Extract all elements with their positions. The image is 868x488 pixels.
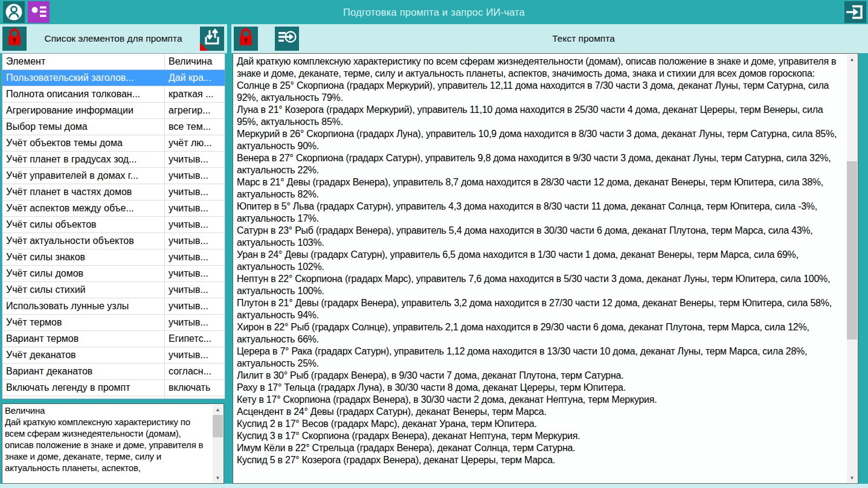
cell-value: Дай кра...	[164, 70, 225, 86]
cell-element: Учёт управителей в домах г...	[2, 168, 164, 184]
cell-element: Агрегирование информации	[2, 103, 164, 118]
lock-icon	[234, 25, 258, 52]
lock-icon	[2, 25, 27, 52]
table-row[interactable]: Учёт планет в градусах зод... учитыв...	[2, 152, 225, 168]
cell-element: Вариант деканатов	[2, 364, 164, 379]
cell-value: GigaChat	[164, 396, 225, 399]
prompt-scrollbar[interactable]: ▲ ▼	[847, 54, 857, 483]
element-table: Элемент Величина Пользовательский заголо…	[2, 53, 225, 399]
table-row[interactable]: Учёт силы объектов учитыв...	[2, 217, 225, 233]
cell-value: включать	[164, 380, 225, 396]
cell-value: все тем...	[164, 119, 225, 135]
cell-value: краткая ...	[164, 86, 225, 102]
table-row[interactable]: Учёт деканатов учитыв...	[2, 347, 225, 364]
table-row[interactable]: Вариант термов Египетс...	[2, 331, 225, 347]
bottom-strip	[0, 484, 868, 488]
prompt-text: Дай краткую комплексную характеристику п…	[237, 56, 844, 482]
cell-value: учитыв...	[164, 298, 225, 314]
right-panel-title: Текст промпта	[299, 33, 868, 44]
table-row[interactable]: Пользовательский заголов... Дай кра...	[2, 70, 225, 86]
left-panel-header: Список элементов для промпта	[0, 24, 227, 53]
send-prompt-button[interactable]	[275, 27, 299, 51]
lock-prompt-button[interactable]	[234, 27, 258, 51]
cell-value: учитыв...	[164, 184, 225, 200]
lock-elements-button[interactable]	[2, 27, 27, 51]
cell-value: учитыв...	[164, 282, 225, 298]
table-row[interactable]: Учёт планет в частях домов учитыв...	[2, 184, 225, 201]
cell-value: согласн...	[164, 364, 225, 379]
scrollbar-thumb[interactable]	[847, 161, 857, 339]
table-row[interactable]: Учёт аспектов между объе... учитыв...	[2, 201, 225, 217]
cell-value: учитыв...	[164, 168, 225, 184]
cell-element: Учёт силы знаков	[2, 249, 164, 265]
table-row[interactable]: Учёт управителей в домах г... учитыв...	[2, 168, 225, 184]
cell-element: Учёт аспектов между объе...	[2, 201, 164, 216]
table-row[interactable]: Полнота описания толкован... краткая ...	[2, 86, 225, 103]
titlebar: Подготовка промпта и запрос ИИ-чата	[0, 0, 868, 24]
cell-element: Включать легенду в промпт	[2, 380, 164, 396]
chevron-down-icon[interactable]: ▼	[213, 473, 223, 483]
cell-value: учитыв...	[164, 217, 225, 233]
cell-element: Учёт термов	[2, 315, 164, 330]
table-row[interactable]: Учёт объектов темы дома учёт лю...	[2, 135, 225, 152]
cell-value: учёт лю...	[164, 135, 225, 151]
cell-element: Учёт объектов темы дома	[2, 135, 164, 151]
chevron-down-icon[interactable]: ▼	[847, 473, 857, 483]
cell-value: учитыв...	[164, 201, 225, 216]
cell-element: Вариант термов	[2, 331, 164, 347]
cell-value: учитыв...	[164, 233, 225, 249]
cell-value: Египетс...	[164, 331, 225, 347]
chevron-up-icon[interactable]: ▲	[213, 405, 223, 414]
cell-element: Полнота описания толкован...	[2, 86, 164, 102]
cell-value: учитыв...	[164, 347, 225, 363]
cell-element: Пользовательский заголов...	[2, 70, 164, 86]
cell-value: учитыв...	[164, 249, 225, 265]
cell-value: учитыв...	[164, 315, 225, 330]
table-row[interactable]: Включать легенду в промпт включать	[2, 380, 225, 396]
cell-element: Учёт силы стихий	[2, 282, 164, 298]
cell-element: Учёт деканатов	[2, 347, 164, 363]
cell-element: ИИ-машина для толкования	[2, 396, 164, 399]
prompt-editor[interactable]: Дай краткую комплексную характеристику п…	[233, 53, 858, 484]
table-row[interactable]: Учёт термов учитыв...	[2, 315, 225, 331]
table-row[interactable]: Учёт силы знаков учитыв...	[2, 249, 225, 266]
cell-element: Использовать лунные узлы	[2, 298, 164, 314]
cell-element: Учёт планет в градусах зод...	[2, 152, 164, 167]
table-row[interactable]: Учёт силы домов учитыв...	[2, 266, 225, 282]
cell-value: учитыв...	[164, 266, 225, 281]
table-row[interactable]: Агрегирование информации агрегир...	[2, 103, 225, 119]
table-row[interactable]: ИИ-машина для толкования GigaChat	[2, 396, 225, 399]
element-table-rows: Пользовательский заголов... Дай кра... П…	[2, 70, 225, 399]
value-text: Величина Дай краткую комплексную характе…	[5, 405, 211, 483]
table-row[interactable]: Выбор темы дома все тем...	[2, 119, 225, 135]
value-scrollbar[interactable]: ▲ ▼	[213, 405, 223, 483]
left-panel-title: Список элементов для промпта	[27, 33, 200, 44]
table-header-row: Элемент Величина	[2, 54, 225, 70]
scrollbar-thumb[interactable]	[213, 415, 223, 437]
window-title: Подготовка промпта и запрос ИИ-чата	[0, 0, 868, 24]
cell-element: Учёт актуальности объектов	[2, 233, 164, 249]
chevron-up-icon[interactable]: ▲	[847, 54, 857, 64]
exit-button[interactable]	[844, 1, 866, 23]
cell-element: Учёт силы домов	[2, 266, 164, 281]
table-row[interactable]: Учёт актуальности объектов учитыв...	[2, 233, 225, 249]
send-prompt-icon	[275, 25, 299, 52]
value-editor[interactable]: Величина Дай краткую комплексную характе…	[2, 403, 224, 484]
modified-flag-icon	[200, 43, 208, 51]
column-header-value[interactable]: Величина	[164, 54, 225, 69]
table-row[interactable]: Вариант деканатов согласн...	[2, 364, 225, 380]
right-panel-header: Текст промпта	[231, 24, 868, 53]
cell-element: Учёт силы объектов	[2, 217, 164, 233]
cell-element: Учёт планет в частях домов	[2, 184, 164, 200]
column-header-element[interactable]: Элемент	[2, 54, 164, 69]
cell-value: агрегир...	[164, 103, 225, 118]
import-export-button[interactable]	[200, 27, 224, 51]
table-row[interactable]: Использовать лунные узлы учитыв...	[2, 298, 225, 315]
cell-value: учитыв...	[164, 152, 225, 167]
exit-icon	[844, 1, 866, 23]
cell-element: Выбор темы дома	[2, 119, 164, 135]
app-window: Подготовка промпта и запрос ИИ-чата	[0, 0, 868, 488]
table-row[interactable]: Учёт силы стихий учитыв...	[2, 282, 225, 298]
